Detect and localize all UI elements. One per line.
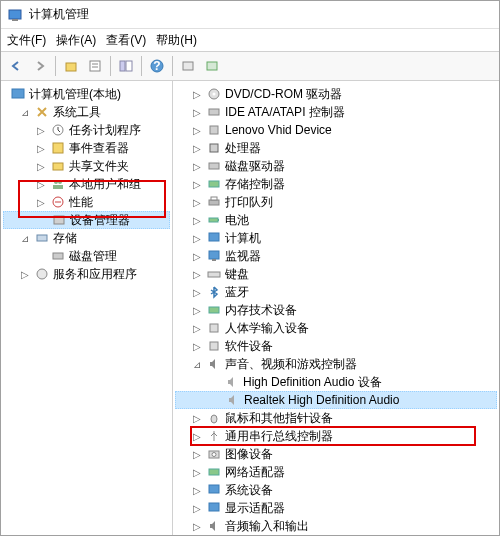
device-disk[interactable]: ▷磁盘驱动器	[175, 157, 497, 175]
collapse-arrow-icon[interactable]: ▷	[191, 106, 203, 118]
collapse-arrow-icon[interactable]: ▷	[191, 430, 203, 442]
svg-rect-21	[37, 235, 47, 241]
refresh-button[interactable]	[201, 55, 223, 77]
collapse-arrow-icon[interactable]: ▷	[191, 178, 203, 190]
collapse-arrow-icon[interactable]: ▷	[191, 448, 203, 460]
expand-arrow-icon[interactable]: ⊿	[191, 358, 203, 370]
display-icon	[206, 500, 222, 516]
svg-rect-1	[12, 19, 18, 21]
device-monitor[interactable]: ▷监视器	[175, 247, 497, 265]
collapse-arrow-icon[interactable]: ▷	[191, 322, 203, 334]
svg-rect-0	[9, 10, 21, 19]
device-label: 图像设备	[225, 446, 273, 463]
collapse-arrow-icon[interactable]: ▷	[191, 142, 203, 154]
menu-view[interactable]: 查看(V)	[106, 32, 146, 49]
collapse-arrow-icon[interactable]: ▷	[191, 304, 203, 316]
device-battery[interactable]: ▷电池	[175, 211, 497, 229]
left-tree: 计算机管理(本地) ⊿ 系统工具 ▷ 任务计划程序 ▷ 事件查看器 ▷ 共享文件…	[1, 81, 173, 536]
expand-arrow-icon[interactable]: ⊿	[19, 232, 31, 244]
device-audio-io[interactable]: ▷音频输入和输出	[175, 517, 497, 535]
toolbar-separator	[55, 56, 56, 76]
collapse-arrow-icon[interactable]: ▷	[191, 232, 203, 244]
tree-root[interactable]: 计算机管理(本地)	[3, 85, 170, 103]
collapse-arrow-icon[interactable]: ▷	[191, 520, 203, 532]
device-lenovo[interactable]: ▷Lenovo Vhid Device	[175, 121, 497, 139]
collapse-arrow-icon[interactable]: ▷	[19, 268, 31, 280]
svg-point-25	[213, 93, 216, 96]
collapse-arrow-icon[interactable]: ▷	[35, 124, 47, 136]
device-keyboard[interactable]: ▷键盘	[175, 265, 497, 283]
svg-rect-38	[208, 272, 220, 277]
collapse-arrow-icon[interactable]: ▷	[191, 250, 203, 262]
memory-icon	[206, 302, 222, 318]
collapse-arrow-icon[interactable]: ▷	[35, 178, 47, 190]
collapse-arrow-icon[interactable]: ▷	[191, 268, 203, 280]
up-button[interactable]	[60, 55, 82, 77]
collapse-arrow-icon[interactable]: ▷	[191, 466, 203, 478]
device-realtek[interactable]: Realtek High Definition Audio	[175, 391, 497, 409]
collapse-arrow-icon[interactable]: ▷	[191, 196, 203, 208]
device-hid[interactable]: ▷人体学输入设备	[175, 319, 497, 337]
expand-arrow-icon[interactable]: ⊿	[19, 106, 31, 118]
tree-services-apps[interactable]: ▷ 服务和应用程序	[3, 265, 170, 283]
collapse-arrow-icon[interactable]: ▷	[191, 214, 203, 226]
device-print[interactable]: ▷打印队列	[175, 193, 497, 211]
device-manager-icon	[51, 212, 67, 228]
device-dvd[interactable]: ▷DVD/CD-ROM 驱动器	[175, 85, 497, 103]
device-sound[interactable]: ⊿声音、视频和游戏控制器	[175, 355, 497, 373]
collapse-arrow-icon[interactable]: ▷	[191, 502, 203, 514]
device-storage-ctrl[interactable]: ▷存储控制器	[175, 175, 497, 193]
speaker-icon	[224, 374, 240, 390]
device-ide[interactable]: ▷IDE ATA/ATAPI 控制器	[175, 103, 497, 121]
device-computer[interactable]: ▷计算机	[175, 229, 497, 247]
collapse-arrow-icon[interactable]: ▷	[191, 484, 203, 496]
tree-label: 计算机管理(本地)	[29, 86, 121, 103]
collapse-arrow-icon[interactable]: ▷	[191, 88, 203, 100]
tree-shared-folders[interactable]: ▷ 共享文件夹	[3, 157, 170, 175]
device-hd-audio[interactable]: High Definition Audio 设备	[175, 373, 497, 391]
svg-rect-15	[53, 163, 63, 170]
collapse-arrow-icon[interactable]: ▷	[191, 124, 203, 136]
tree-event-viewer[interactable]: ▷ 事件查看器	[3, 139, 170, 157]
properties-button[interactable]	[84, 55, 106, 77]
tree-storage[interactable]: ⊿ 存储	[3, 229, 170, 247]
collapse-arrow-icon[interactable]: ▷	[191, 286, 203, 298]
collapse-arrow-icon[interactable]: ▷	[35, 160, 47, 172]
tree-system-tools[interactable]: ⊿ 系统工具	[3, 103, 170, 121]
tree-task-scheduler[interactable]: ▷ 任务计划程序	[3, 121, 170, 139]
menu-action[interactable]: 操作(A)	[56, 32, 96, 49]
device-mouse[interactable]: ▷鼠标和其他指针设备	[175, 409, 497, 427]
collapse-arrow-icon[interactable]: ▷	[35, 196, 47, 208]
back-button[interactable]	[5, 55, 27, 77]
storage-icon	[34, 230, 50, 246]
svg-point-42	[211, 415, 217, 423]
collapse-arrow-icon[interactable]: ▷	[35, 142, 47, 154]
device-memory[interactable]: ▷内存技术设备	[175, 301, 497, 319]
scan-button[interactable]	[177, 55, 199, 77]
device-imaging[interactable]: ▷图像设备	[175, 445, 497, 463]
tree-device-manager[interactable]: 设备管理器	[3, 211, 170, 229]
tree-local-users[interactable]: ▷ 本地用户和组	[3, 175, 170, 193]
device-software[interactable]: ▷软件设备	[175, 337, 497, 355]
svg-rect-32	[211, 197, 217, 200]
tree-performance[interactable]: ▷ 性能	[3, 193, 170, 211]
device-system[interactable]: ▷系统设备	[175, 481, 497, 499]
svg-rect-22	[53, 253, 63, 259]
collapse-arrow-icon[interactable]: ▷	[191, 412, 203, 424]
spacer	[36, 214, 48, 226]
collapse-arrow-icon[interactable]: ▷	[191, 160, 203, 172]
help-button[interactable]: ?	[146, 55, 168, 77]
collapse-arrow-icon[interactable]: ▷	[191, 340, 203, 352]
tree-disk-mgmt[interactable]: 磁盘管理	[3, 247, 170, 265]
device-display[interactable]: ▷显示适配器	[175, 499, 497, 517]
device-usb[interactable]: ▷通用串行总线控制器	[175, 427, 497, 445]
device-label: 通用串行总线控制器	[225, 428, 333, 445]
forward-button[interactable]	[29, 55, 51, 77]
device-label: 蓝牙	[225, 284, 249, 301]
show-hide-button[interactable]	[115, 55, 137, 77]
device-bluetooth[interactable]: ▷蓝牙	[175, 283, 497, 301]
menu-help[interactable]: 帮助(H)	[156, 32, 197, 49]
device-network[interactable]: ▷网络适配器	[175, 463, 497, 481]
menu-file[interactable]: 文件(F)	[7, 32, 46, 49]
device-cpu[interactable]: ▷处理器	[175, 139, 497, 157]
